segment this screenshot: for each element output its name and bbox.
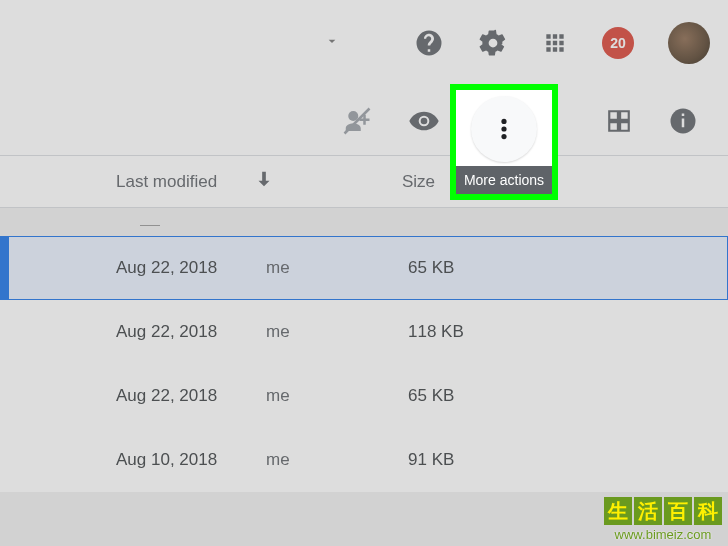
top-toolbar: 20 <box>0 0 728 86</box>
tutorial-highlight: More actions <box>450 84 558 200</box>
cell-size: 65 KB <box>408 386 454 406</box>
cell-date: Aug 10, 2018 <box>116 450 266 470</box>
cell-owner: me <box>266 258 322 278</box>
watermark: 生 活 百 科 www.bimeiz.com <box>604 497 722 542</box>
grid-view-icon[interactable] <box>606 108 632 134</box>
cell-size: 65 KB <box>408 258 454 278</box>
table-row[interactable]: Aug 22, 2018 me 118 KB <box>0 300 728 364</box>
cell-size: 118 KB <box>408 322 464 342</box>
watermark-char: 活 <box>634 497 662 525</box>
file-list: Aug 22, 2018 me 65 KB Aug 22, 2018 me 11… <box>0 236 728 492</box>
help-icon[interactable] <box>414 28 444 58</box>
column-last-modified[interactable]: Last modified <box>116 172 217 192</box>
share-disabled-icon <box>342 106 372 136</box>
table-row[interactable]: Aug 22, 2018 me 65 KB <box>0 364 728 428</box>
svg-point-8 <box>501 119 506 124</box>
column-size[interactable]: Size <box>402 172 435 192</box>
cell-date: Aug 22, 2018 <box>116 386 266 406</box>
preview-icon[interactable] <box>408 105 440 137</box>
svg-point-9 <box>501 126 506 131</box>
sort-descending-icon[interactable] <box>253 168 275 195</box>
selection-action-bar <box>0 86 728 156</box>
table-row[interactable]: Aug 22, 2018 me 65 KB <box>0 236 728 300</box>
svg-point-10 <box>501 134 506 139</box>
cell-owner: me <box>266 386 322 406</box>
cell-owner: me <box>266 450 322 470</box>
watermark-char: 科 <box>694 497 722 525</box>
info-icon[interactable] <box>668 106 698 136</box>
watermark-char: 百 <box>664 497 692 525</box>
cell-date: Aug 22, 2018 <box>116 322 266 342</box>
column-headers: Last modified Size <box>0 156 728 208</box>
row-stub <box>0 208 728 236</box>
apps-grid-icon[interactable] <box>542 30 568 56</box>
watermark-url: www.bimeiz.com <box>604 527 722 542</box>
watermark-char: 生 <box>604 497 632 525</box>
notification-badge[interactable]: 20 <box>602 27 634 59</box>
svg-rect-7 <box>682 113 685 116</box>
gear-icon[interactable] <box>478 28 508 58</box>
cell-size: 91 KB <box>408 450 454 470</box>
svg-rect-6 <box>682 118 685 127</box>
dropdown-arrow-icon[interactable] <box>324 33 340 54</box>
more-actions-tooltip: More actions <box>456 166 552 194</box>
more-actions-button[interactable] <box>471 96 537 162</box>
cell-date: Aug 22, 2018 <box>116 258 266 278</box>
table-row[interactable]: Aug 10, 2018 me 91 KB <box>0 428 728 492</box>
avatar[interactable] <box>668 22 710 64</box>
cell-owner: me <box>266 322 322 342</box>
